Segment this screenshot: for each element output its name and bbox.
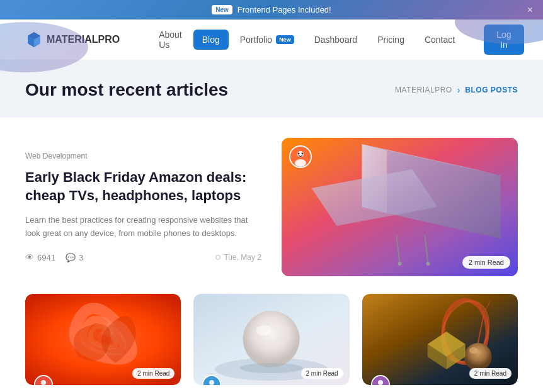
svg-point-31 <box>469 347 477 354</box>
brand-name: MATERIALPRO <box>47 34 120 45</box>
page-title: Our most recent articles <box>25 80 228 100</box>
portfolio-new-badge: New <box>276 35 294 44</box>
card-image-1: 2 min Read <box>25 294 181 385</box>
article-card-2[interactable]: 2 min Read <box>193 294 349 385</box>
announcement-bar: New Frontend Pages Included! × <box>0 0 543 20</box>
article-excerpt: Learn the best practices for creating re… <box>25 214 261 240</box>
nav-item-contact[interactable]: Contact <box>416 30 464 50</box>
breadcrumb: MATERIALPRO › BLOG POSTS <box>395 85 518 95</box>
article-date: Tue, May 2 <box>215 253 261 262</box>
svg-point-8 <box>426 262 430 266</box>
announcement-text: Frontend Pages Included! <box>237 5 331 14</box>
main-content: Web Development Early Black Friday Amazo… <box>0 118 543 392</box>
date-circle <box>215 255 220 260</box>
card-author-avatar-2 <box>202 375 221 385</box>
avatar-img-3 <box>372 376 389 385</box>
svg-point-7 <box>398 262 402 266</box>
nav-item-portfolio[interactable]: Portfolio New <box>231 30 303 50</box>
breadcrumb-parent: MATERIALPRO <box>395 86 452 94</box>
article-card-3[interactable]: 2 min Read <box>362 294 518 385</box>
card-author-avatar-3 <box>371 375 390 385</box>
featured-read-badge: 2 min Read <box>462 256 510 269</box>
eye-icon: 👁 <box>25 252 34 262</box>
article-card-1[interactable]: 2 min Read <box>25 294 181 385</box>
svg-point-38 <box>378 380 383 385</box>
breadcrumb-separator: › <box>457 85 460 95</box>
nav-item-pricing[interactable]: Pricing <box>369 30 413 50</box>
svg-point-17 <box>41 380 46 385</box>
nav-links: About Us Blog Portfolio New Dashboard Pr… <box>150 25 464 55</box>
comment-icon: 💬 <box>66 253 76 262</box>
svg-point-21 <box>243 311 300 367</box>
svg-point-11 <box>295 159 306 167</box>
card-image-2: 2 min Read <box>193 294 349 385</box>
close-icon[interactable]: × <box>527 4 533 16</box>
featured-row: Web Development Early Black Friday Amazo… <box>25 138 518 276</box>
view-count: 👁 6941 <box>25 252 55 262</box>
featured-image-bg <box>282 138 518 276</box>
author-avatar-img <box>290 147 311 167</box>
nav-item-blog[interactable]: Blog <box>193 30 229 50</box>
featured-image-svg <box>282 138 518 276</box>
nav-item-about[interactable]: About Us <box>150 25 191 55</box>
avatar-img-1 <box>35 376 52 385</box>
article-meta: 👁 6941 💬 3 Tue, May 2 <box>25 252 261 262</box>
card-image-3: 2 min Read <box>362 294 518 385</box>
card-author-avatar-1 <box>34 375 53 385</box>
navbar-actions: Log In <box>484 25 523 55</box>
page-header: Our most recent articles MATERIALPRO › B… <box>0 60 543 118</box>
cards-row: 2 min Read <box>25 294 518 385</box>
brand-logo[interactable]: MATERIALPRO <box>25 31 120 48</box>
svg-point-13 <box>302 153 304 155</box>
author-avatar <box>289 145 312 168</box>
login-button[interactable]: Log In <box>484 25 523 55</box>
featured-article-image[interactable]: 2 min Read <box>282 138 518 276</box>
brand-icon <box>25 31 43 48</box>
svg-point-30 <box>464 343 491 371</box>
announcement-badge: New <box>212 5 232 14</box>
featured-article-text: Web Development Early Black Friday Amazo… <box>25 138 261 276</box>
navbar: MATERIALPRO About Us Blog Portfolio New … <box>0 20 543 60</box>
avatar-img-2 <box>203 376 220 385</box>
comment-count: 💬 3 <box>66 253 83 262</box>
card-read-badge-3: 2 min Read <box>469 368 512 379</box>
card-read-badge-1: 2 min Read <box>132 368 174 379</box>
svg-point-23 <box>240 363 303 373</box>
card-read-badge-2: 2 min Read <box>301 368 343 379</box>
svg-point-12 <box>298 153 300 155</box>
svg-point-22 <box>256 325 272 335</box>
article-title[interactable]: Early Black Friday Amazon deals: cheap T… <box>25 168 261 205</box>
svg-point-25 <box>209 380 214 385</box>
nav-item-dashboard[interactable]: Dashboard <box>306 30 367 50</box>
breadcrumb-current: BLOG POSTS <box>465 86 518 94</box>
article-category: Web Development <box>25 152 261 160</box>
